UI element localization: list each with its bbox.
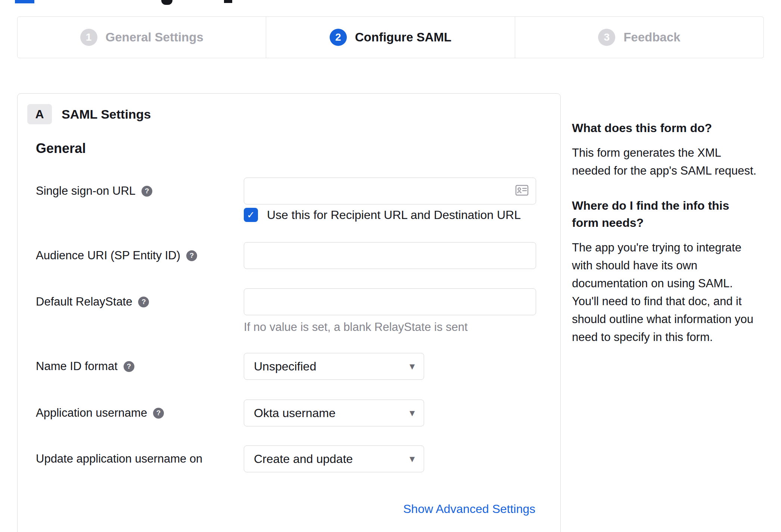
application-username-label: Application username (36, 406, 147, 420)
name-id-format-label: Name ID format (36, 360, 118, 373)
sidebar-section-title: Where do I find the info this form needs… (572, 197, 759, 231)
step-label: General Settings (106, 30, 203, 44)
saml-settings-panel: A SAML Settings General Single sign-on U… (17, 93, 561, 532)
help-icon[interactable]: ? (138, 297, 149, 307)
recipient-url-checkbox-row: ✓ Use this for Recipient URL and Destina… (244, 207, 521, 223)
step-number-badge: 2 (330, 29, 347, 46)
name-id-format-select[interactable]: Unspecified ▾ (244, 353, 424, 380)
configure-saml-page: 1 General Settings 2 Configure SAML 3 Fe… (0, 0, 781, 532)
chevron-down-icon: ▾ (410, 408, 415, 418)
default-relaystate-label: Default RelayState (36, 295, 132, 309)
section-badge: A (27, 104, 52, 124)
help-icon[interactable]: ? (141, 186, 152, 197)
recipient-url-checkbox-label: Use this for Recipient URL and Destinati… (267, 208, 521, 222)
default-relaystate-input-wrap (244, 288, 536, 315)
step-general-settings[interactable]: 1 General Settings (17, 16, 266, 58)
help-sidebar: What does this form do? This form genera… (572, 119, 759, 363)
chevron-down-icon: ▾ (410, 454, 415, 464)
update-application-username-value: Create and update (254, 452, 353, 466)
update-application-username-select[interactable]: Create and update ▾ (244, 445, 424, 472)
chevron-down-icon: ▾ (410, 361, 415, 372)
cutoff-fragment (15, 0, 34, 3)
cutoff-fragment (224, 0, 232, 3)
step-configure-saml[interactable]: 2 Configure SAML (266, 16, 515, 58)
audience-uri-input-wrap (244, 242, 536, 269)
cutoff-fragment (161, 0, 172, 5)
name-id-format-row: Name ID format ? Unspecified ▾ (36, 353, 535, 380)
help-icon[interactable]: ? (153, 408, 164, 419)
default-relaystate-row: Default RelayState ? (36, 288, 535, 315)
application-username-value: Okta username (254, 406, 336, 420)
step-label: Configure SAML (355, 30, 451, 44)
audience-uri-row: Audience URI (SP Entity ID) ? (36, 242, 535, 269)
step-feedback[interactable]: 3 Feedback (515, 16, 764, 58)
help-icon[interactable]: ? (124, 361, 134, 372)
relaystate-helper-text: If no value is set, a blank RelayState i… (244, 320, 468, 334)
section-title: SAML Settings (62, 107, 151, 122)
sso-url-input-wrap (244, 178, 536, 204)
name-id-format-value: Unspecified (254, 360, 316, 373)
sidebar-section-body: This form generates the XML needed for t… (572, 144, 759, 180)
sidebar-section-body: The app you're trying to integrate with … (572, 239, 759, 346)
show-advanced-settings-link[interactable]: Show Advanced Settings (403, 502, 535, 516)
wizard-stepper: 1 General Settings 2 Configure SAML 3 Fe… (17, 16, 764, 58)
sso-url-input[interactable] (244, 178, 536, 204)
step-number-badge: 3 (598, 29, 615, 46)
audience-uri-label: Audience URI (SP Entity ID) (36, 249, 180, 262)
default-relaystate-input[interactable] (244, 288, 536, 315)
sidebar-section-title: What does this form do? (572, 119, 759, 137)
update-application-username-row: Update application username on Create an… (36, 445, 535, 472)
update-application-username-label: Update application username on (36, 452, 202, 466)
help-icon[interactable]: ? (186, 250, 197, 261)
step-label: Feedback (623, 30, 680, 44)
audience-uri-input[interactable] (244, 242, 536, 269)
application-username-row: Application username ? Okta username ▾ (36, 400, 535, 426)
application-username-select[interactable]: Okta username ▾ (244, 400, 424, 426)
step-number-badge: 1 (80, 29, 97, 46)
group-title: General (36, 141, 86, 156)
sso-url-row: Single sign-on URL ? (36, 178, 535, 204)
use-for-recipient-checkbox[interactable]: ✓ (244, 208, 258, 222)
sso-url-label: Single sign-on URL (36, 184, 136, 198)
contact-card-icon[interactable] (515, 185, 529, 197)
